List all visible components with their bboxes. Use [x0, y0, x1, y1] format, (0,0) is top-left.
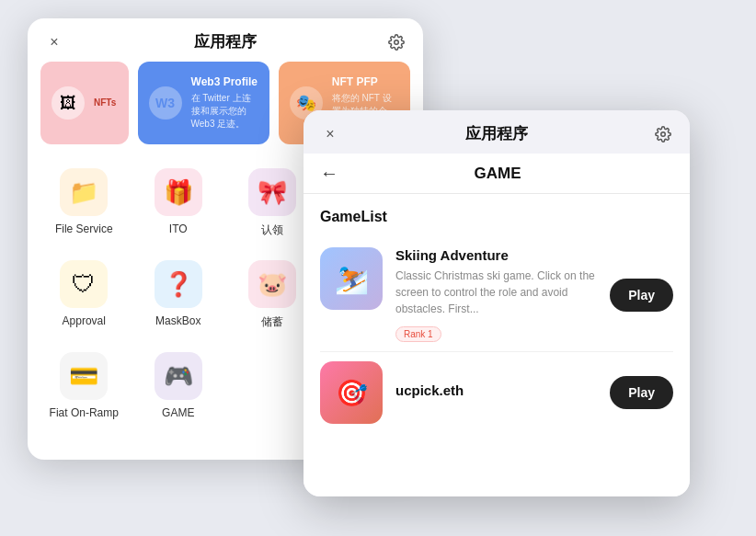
skiing-info: Skiing Adventure Classic Christmas ski g… [395, 247, 597, 342]
game-content: GameList ⛷️ Skiing Adventure Classic Chr… [304, 194, 690, 496]
skiing-desc: Classic Christmas ski game. Click on the… [395, 268, 597, 317]
game-label: GAME [162, 406, 194, 419]
fiat-onramp-label: Fiat On-Ramp [50, 406, 119, 419]
maskbox-icon: ❓ [155, 260, 202, 308]
banner-nfts[interactable]: 🖼 NFTs [40, 62, 129, 144]
game2-name: ucpick.eth [395, 382, 597, 398]
game-card-2: 🎯 ucpick.eth Play [320, 352, 673, 433]
svg-point-0 [395, 40, 399, 44]
approval-label: Approval [63, 314, 106, 327]
settings-button-fg[interactable] [653, 124, 673, 144]
close-button-bg[interactable]: × [44, 32, 64, 52]
chucun-label: 储蓄 [261, 314, 283, 330]
game2-play-button[interactable]: Play [610, 376, 673, 409]
renling-label: 认领 [261, 222, 283, 238]
game2-info: ucpick.eth [395, 382, 597, 403]
game-card-skiing: ⛷️ Skiing Adventure Classic Christmas sk… [320, 238, 673, 352]
sub-header: ← GAME [304, 154, 690, 194]
game-icon: 🎮 [155, 352, 202, 400]
game2-thumbnail: 🎯 [320, 361, 383, 424]
sub-header-title: GAME [351, 165, 644, 183]
chucun-icon: 🐷 [248, 260, 296, 308]
skiing-play-button[interactable]: Play [610, 279, 673, 312]
file-service-icon: 📁 [60, 168, 108, 216]
back-button[interactable]: ← [320, 163, 338, 184]
fiat-onramp-icon: 💳 [60, 352, 108, 400]
window-title-bg: 应用程序 [64, 31, 386, 52]
settings-button-bg[interactable] [386, 32, 407, 52]
app-game[interactable]: 🎮 GAME [132, 341, 226, 430]
app-maskbox[interactable]: ❓ MaskBox [132, 249, 226, 341]
skiing-rank: Rank 1 [395, 326, 441, 342]
banner-web3[interactable]: W3 Web3 Profile 在 Twitter 上连接和展示您的Web3 足… [138, 62, 269, 144]
section-title: GameList [320, 209, 673, 225]
app-fiat-onramp[interactable]: 💳 Fiat On-Ramp [37, 341, 132, 430]
file-service-label: File Service [55, 222, 113, 235]
app-ito[interactable]: 🎁 ITO [132, 157, 226, 249]
banner-nfts-icon: 🖼 [52, 86, 85, 120]
game-detail-window: × 应用程序 ← GAME GameList ⛷️ Skiing Adventu… [304, 110, 690, 496]
skiing-name: Skiing Adventure [395, 247, 597, 263]
window-title-fg: 应用程序 [340, 123, 653, 144]
approval-icon: 🛡 [60, 260, 108, 308]
ito-icon: 🎁 [155, 168, 202, 216]
app-approval[interactable]: 🛡 Approval [37, 249, 132, 341]
close-button-fg[interactable]: × [320, 124, 340, 144]
ito-label: ITO [169, 222, 188, 235]
app-file-service[interactable]: 📁 File Service [37, 157, 132, 249]
window-header-fg: × 应用程序 [304, 110, 690, 154]
renling-icon: 🎀 [248, 168, 296, 216]
window-header-bg: × 应用程序 [28, 18, 423, 62]
svg-point-1 [661, 131, 666, 136]
banner-web3-icon: W3 [149, 86, 182, 120]
maskbox-label: MaskBox [155, 314, 200, 327]
skiing-thumbnail: ⛷️ [320, 247, 383, 310]
